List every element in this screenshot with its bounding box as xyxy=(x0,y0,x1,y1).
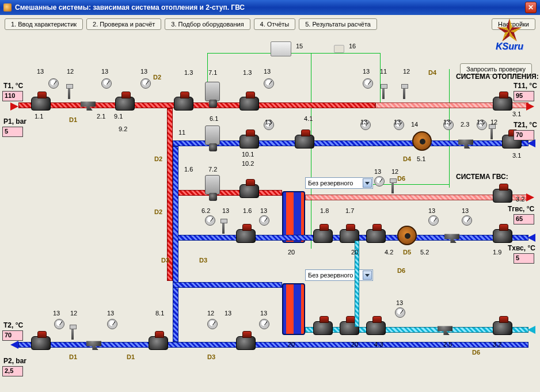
pressure-gauge[interactable] xyxy=(264,78,274,89)
pressure-gauge[interactable] xyxy=(259,215,269,226)
pressure-gauge[interactable] xyxy=(374,176,385,187)
valve[interactable] xyxy=(236,229,256,243)
thermowell[interactable] xyxy=(403,86,405,99)
tag: 5.1 xyxy=(417,155,425,162)
tag13: 13 xyxy=(396,299,403,306)
reserve-select-2-value: Без резервного xyxy=(308,272,353,279)
reserve-select-1[interactable]: Без резервного xyxy=(305,177,373,189)
control-wire xyxy=(207,53,380,54)
reserve-select-2[interactable]: Без резервного xyxy=(305,269,373,281)
t2-value[interactable]: 70 xyxy=(2,330,23,341)
valve[interactable] xyxy=(493,97,512,111)
titlebar: Смешанные системы: зависимая система ото… xyxy=(0,0,540,15)
pressure-gauge[interactable] xyxy=(363,78,373,89)
heat-exchanger-2[interactable] xyxy=(282,283,305,335)
valve[interactable] xyxy=(239,97,259,111)
tab-results[interactable]: 5. Результаты расчёта xyxy=(299,18,377,30)
balancing-valve[interactable] xyxy=(295,135,314,149)
tag-16: 16 xyxy=(349,43,356,50)
flow-arrow xyxy=(10,341,18,349)
circ-pump[interactable] xyxy=(397,226,417,245)
pressure-gauge[interactable] xyxy=(54,319,64,329)
tag13: 13 xyxy=(140,68,147,75)
controller[interactable] xyxy=(271,41,291,56)
tag: 3.2 xyxy=(493,341,501,348)
valve[interactable] xyxy=(493,321,512,335)
tab-check-calc[interactable]: 2. Проверка и расчёт xyxy=(86,18,161,30)
check-valve[interactable] xyxy=(366,229,386,243)
pressure-gauge[interactable] xyxy=(48,78,59,89)
outdoor-sensor[interactable] xyxy=(334,45,344,53)
strainer[interactable] xyxy=(444,230,459,243)
tab-input-params[interactable]: 1. Ввод характеристик xyxy=(5,18,83,30)
pipe-heating-return xyxy=(173,140,528,146)
check-valve[interactable] xyxy=(366,321,386,335)
thermowell[interactable] xyxy=(382,86,385,99)
close-button[interactable]: ✕ xyxy=(525,2,537,13)
valve[interactable] xyxy=(174,97,193,111)
pipe-dhw-primary xyxy=(173,190,282,196)
pressure-gauge[interactable] xyxy=(428,215,439,226)
thermowell[interactable] xyxy=(71,327,74,340)
pressure-gauge[interactable] xyxy=(395,307,405,318)
tab-equipment[interactable]: 3. Подбор оборудования xyxy=(165,18,250,30)
d-tag: D3 xyxy=(199,257,207,264)
thermowell[interactable] xyxy=(391,181,394,193)
strainer[interactable] xyxy=(438,322,452,335)
valve[interactable] xyxy=(239,184,259,198)
valve-81[interactable] xyxy=(149,336,168,350)
pipe-red-v xyxy=(167,108,173,281)
valve[interactable] xyxy=(493,189,512,203)
tag12: 12 xyxy=(67,68,74,75)
dropdown-caret-icon[interactable] xyxy=(363,178,372,188)
t21-value[interactable]: 70 xyxy=(514,130,534,140)
tag: 1.3 xyxy=(243,69,252,76)
tag13: 13 xyxy=(428,207,435,214)
p1-value[interactable]: 5 xyxy=(2,127,23,137)
valve[interactable] xyxy=(493,229,512,243)
tg-value[interactable]: 65 xyxy=(514,214,534,224)
pressure-gauge[interactable] xyxy=(107,319,117,329)
strainer[interactable] xyxy=(86,337,101,350)
valve[interactable] xyxy=(236,336,256,350)
tag13: 13 xyxy=(101,68,108,75)
control-valve[interactable] xyxy=(205,125,220,145)
strainer[interactable] xyxy=(81,98,96,111)
thermowell[interactable] xyxy=(68,86,70,99)
tag13: 13 xyxy=(360,119,367,125)
t1-value[interactable]: 110 xyxy=(2,91,23,101)
circ-pump[interactable] xyxy=(412,131,432,151)
pressure-gauge[interactable] xyxy=(259,319,269,329)
pressure-gauge[interactable] xyxy=(101,78,112,89)
tx-value[interactable]: 5 xyxy=(514,253,534,264)
pressure-gauge[interactable] xyxy=(205,215,215,226)
valve[interactable] xyxy=(31,336,51,350)
tab-reports[interactable]: 4. Отчёты xyxy=(254,18,296,30)
reg-valve[interactable] xyxy=(115,97,135,111)
tag: 3.1 xyxy=(512,111,521,117)
valve[interactable] xyxy=(239,135,259,149)
flow-arrow xyxy=(526,193,534,201)
t11-label: T11, °C xyxy=(514,82,537,90)
dropdown-caret-icon[interactable] xyxy=(363,271,372,280)
tag: 14 xyxy=(411,121,418,128)
thermowell[interactable] xyxy=(490,127,493,139)
control-valve[interactable] xyxy=(205,82,220,101)
thermowell[interactable] xyxy=(222,221,225,234)
tag13: 13 xyxy=(477,119,484,125)
p2-value[interactable]: 2,5 xyxy=(2,366,23,376)
control-valve[interactable] xyxy=(205,175,220,195)
t11-value[interactable]: 95 xyxy=(514,91,534,101)
tag13: 13 xyxy=(264,68,271,75)
app-icon xyxy=(3,3,12,12)
valve[interactable] xyxy=(31,97,51,111)
tag: 6.1 xyxy=(210,115,218,122)
valve[interactable] xyxy=(313,321,333,335)
schematic-canvas: 15 16 xyxy=(0,35,540,391)
tag11: 11 xyxy=(178,129,185,136)
valve[interactable] xyxy=(313,229,333,243)
pressure-gauge[interactable] xyxy=(207,319,218,329)
strainer[interactable] xyxy=(458,136,473,149)
pressure-gauge[interactable] xyxy=(140,78,151,89)
pressure-gauge[interactable] xyxy=(462,215,472,226)
